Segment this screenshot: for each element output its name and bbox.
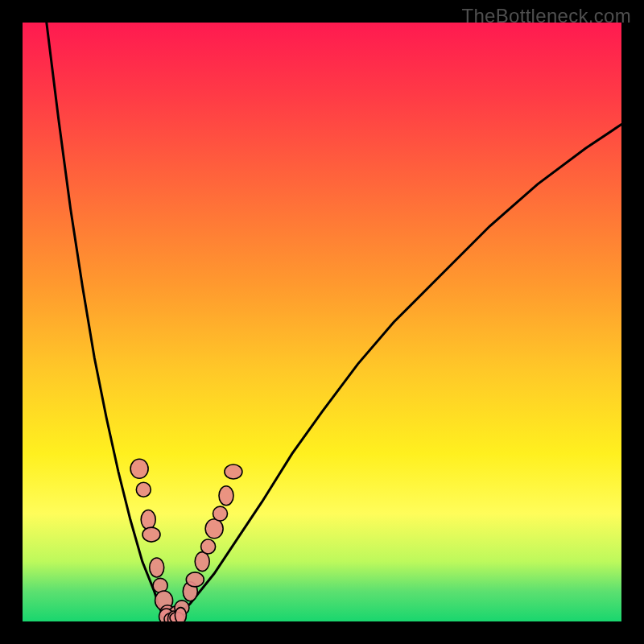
curve-group	[47, 23, 621, 621]
dots-right-dot	[213, 506, 228, 521]
dots-left-dot	[136, 482, 151, 497]
dots-right-dot	[186, 572, 204, 587]
plot-area	[23, 23, 621, 621]
dots-left-dot	[142, 527, 160, 542]
dots-right-dot	[219, 486, 233, 506]
dots-right-dot	[201, 539, 216, 554]
dots-left-dot	[130, 459, 148, 478]
dots-left-dot	[141, 510, 155, 530]
curves-svg	[23, 23, 621, 621]
dots-left-dot	[150, 558, 164, 577]
dots-group	[130, 459, 242, 621]
dots-valley-dot	[175, 608, 186, 621]
dots-right-dot	[225, 464, 242, 479]
watermark-text: TheBottleneck.com	[461, 5, 631, 27]
dots-right-dot	[205, 519, 223, 539]
right-curve	[172, 125, 621, 622]
dots-right-dot	[195, 552, 209, 572]
chart-frame: TheBottleneck.com	[0, 0, 644, 644]
